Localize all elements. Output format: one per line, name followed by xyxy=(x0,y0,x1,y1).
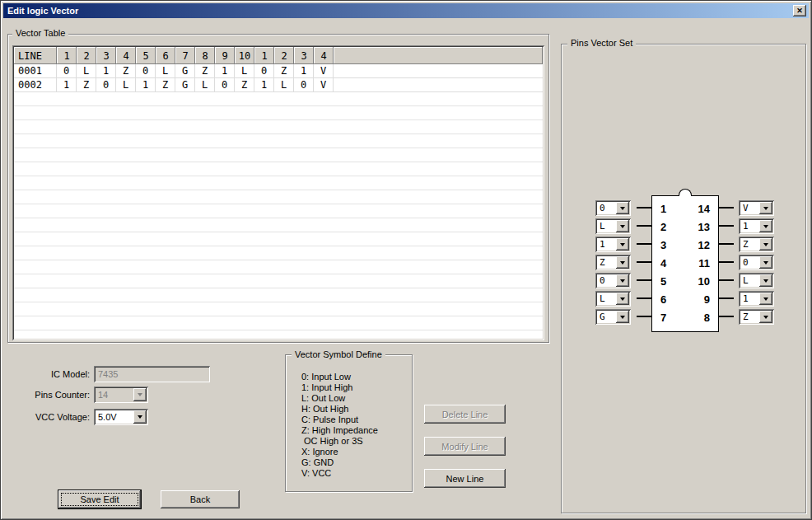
table-empty-row xyxy=(14,176,543,190)
vector-cell: 0 xyxy=(136,64,156,77)
vector-cell: G xyxy=(175,64,195,77)
dropdown-button[interactable] xyxy=(133,410,147,424)
dropdown-button[interactable] xyxy=(616,202,629,214)
table-row[interactable]: 0002 1 Z 0 L 1 Z G L 0 Z 1 L 0 V xyxy=(14,78,543,92)
vcc-voltage-label: VCC Voltage: xyxy=(16,412,90,422)
table-empty-row xyxy=(14,316,543,330)
dropdown-button[interactable] xyxy=(759,311,772,323)
vector-cell: L xyxy=(116,78,136,91)
chip-pin-number: 1 xyxy=(660,201,666,217)
table-empty-row xyxy=(14,92,543,106)
pin-leg xyxy=(637,225,651,227)
pin-6-value: L xyxy=(597,293,616,305)
chevron-down-icon xyxy=(763,316,768,319)
symbol-line: Z: High Impedance xyxy=(301,425,378,435)
pin-leg xyxy=(719,316,734,317)
symbol-line: G: GND xyxy=(301,457,334,467)
column-header: 1 xyxy=(254,47,274,64)
chip-pin-number: 2 xyxy=(660,219,666,235)
pins-counter-label: Pins Counter: xyxy=(13,390,90,400)
vector-cell: L xyxy=(274,78,294,91)
chevron-down-icon xyxy=(620,225,625,228)
pin-leg xyxy=(637,261,651,263)
pin-10-value: L xyxy=(740,274,759,287)
pin-3-select[interactable]: 1 xyxy=(595,237,631,252)
pin-12-select[interactable]: Z xyxy=(739,237,774,252)
dropdown-button[interactable] xyxy=(759,274,772,287)
pin-10-select[interactable]: L xyxy=(739,273,774,288)
symbol-line: L: Out Low xyxy=(301,393,345,403)
table-empty-row xyxy=(14,260,543,274)
pin-3-value: 1 xyxy=(597,238,616,251)
modify-line-button: Modify Line xyxy=(424,437,506,456)
pin-7-value: G xyxy=(597,311,616,323)
vector-cell: 1 xyxy=(254,78,274,91)
vector-cell: 0 xyxy=(254,64,274,77)
dropdown-button[interactable] xyxy=(759,256,772,269)
dropdown-button[interactable] xyxy=(759,202,772,214)
chevron-down-icon xyxy=(620,243,625,246)
dropdown-button[interactable] xyxy=(759,293,772,305)
pin-leg xyxy=(719,297,734,299)
dropdown-button[interactable] xyxy=(616,238,629,251)
dropdown-button xyxy=(133,388,147,401)
vector-table: LINE 1 2 3 4 5 6 7 8 9 10 1 2 3 4 0001 0… xyxy=(12,45,544,340)
pin-7-select[interactable]: G xyxy=(595,309,631,325)
dropdown-button[interactable] xyxy=(616,256,629,269)
table-row[interactable]: 0001 0 L 1 Z 0 L G Z 1 L 0 Z 1 V xyxy=(14,64,543,78)
dropdown-button[interactable] xyxy=(759,220,772,232)
chip-pin-number: 8 xyxy=(704,310,710,326)
vector-cell: Z xyxy=(77,78,96,91)
pins-vector-set-group-label: Pins Vector Set xyxy=(567,38,636,48)
window-title: Edit logic Vector xyxy=(7,6,793,16)
chevron-down-icon xyxy=(620,261,625,265)
pin-6-select[interactable]: L xyxy=(595,291,631,307)
vector-cell: L xyxy=(156,64,175,77)
chip-pin-number: 5 xyxy=(660,274,666,289)
ic-chip-diagram: 1 2 3 4 5 6 7 14 13 12 11 10 9 8 xyxy=(651,195,719,332)
row-filler xyxy=(334,78,543,91)
chip-pin-number: 14 xyxy=(698,201,710,217)
symbol-line: 0: Input Low xyxy=(301,372,351,382)
table-empty-row xyxy=(14,106,543,120)
dropdown-button[interactable] xyxy=(616,293,629,305)
vector-cell: 1 xyxy=(136,78,156,91)
column-header: 1 xyxy=(57,47,77,64)
pin-2-select[interactable]: L xyxy=(595,218,631,234)
pin-4-select[interactable]: Z xyxy=(595,255,631,270)
dropdown-button[interactable] xyxy=(759,238,772,251)
back-button[interactable]: Back xyxy=(161,490,240,508)
pin-13-select[interactable]: 1 xyxy=(739,218,774,234)
chevron-down-icon xyxy=(763,261,768,265)
pin-1-select[interactable]: 0 xyxy=(595,200,631,216)
column-header: 7 xyxy=(175,47,195,64)
chip-pin-number: 6 xyxy=(660,292,666,307)
pin-8-select[interactable]: Z xyxy=(739,309,774,325)
pin-14-select[interactable]: V xyxy=(739,200,774,216)
column-header-filler xyxy=(334,47,543,64)
pin-leg xyxy=(719,279,734,281)
dropdown-button[interactable] xyxy=(616,220,629,232)
dropdown-button[interactable] xyxy=(616,274,629,287)
pin-11-select[interactable]: 0 xyxy=(739,255,774,270)
chip-pin-number: 10 xyxy=(698,274,710,289)
pin-5-select[interactable]: 0 xyxy=(595,273,631,288)
column-header: 9 xyxy=(215,47,235,64)
pin-9-select[interactable]: 1 xyxy=(739,291,774,307)
close-icon: ✕ xyxy=(796,7,803,15)
new-line-button[interactable]: New Line xyxy=(424,469,506,488)
pin-14-value: V xyxy=(740,202,759,214)
column-header: 3 xyxy=(294,47,314,64)
vcc-voltage-select[interactable]: 5.0V xyxy=(94,409,148,425)
pin-9-value: 1 xyxy=(740,293,759,305)
save-edit-button[interactable]: Save Edit xyxy=(58,490,141,508)
pins-counter-value: 14 xyxy=(96,388,133,401)
column-header: 2 xyxy=(274,47,294,64)
title-bar[interactable]: Edit logic Vector ✕ xyxy=(3,3,809,18)
dropdown-button[interactable] xyxy=(616,311,629,323)
pin-leg xyxy=(637,207,651,208)
vector-cell: Z xyxy=(116,64,136,77)
table-empty-row xyxy=(14,162,543,176)
close-button[interactable]: ✕ xyxy=(793,5,806,16)
pin-leg xyxy=(719,261,734,263)
